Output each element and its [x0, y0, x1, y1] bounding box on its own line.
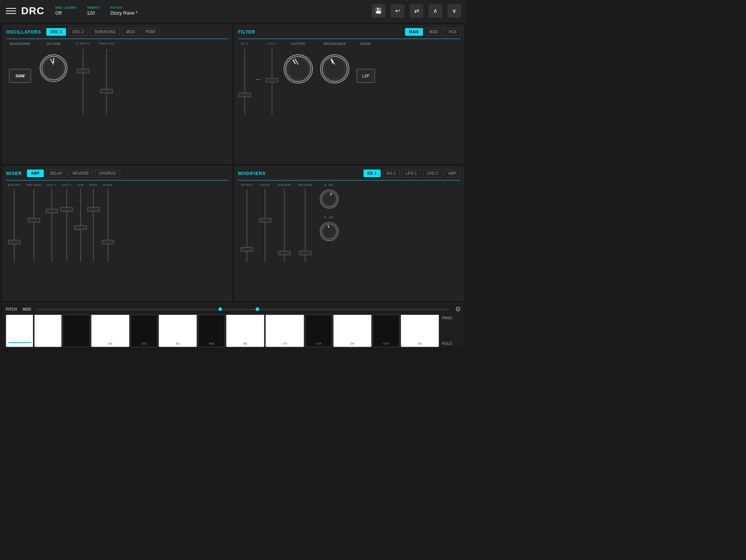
sub-noise-tab[interactable]: SUB/NOISE [90, 28, 120, 36]
piano-key-cs3[interactable]: C#3 [305, 315, 332, 347]
eg2-handle[interactable] [238, 93, 251, 97]
eg2-tab[interactable]: EG 2 [383, 170, 400, 177]
decay-slider[interactable] [265, 189, 265, 262]
mixer-header: MIXER AMP DELAY REVERB CHORUS [6, 170, 229, 177]
noise-slider[interactable] [108, 189, 108, 262]
noise-label: NOISE [103, 183, 113, 187]
oscillators-panel: OSCILLATORS OSC 1 OSC 2 SUB/NOISE MOD PE… [3, 25, 232, 163]
osc2-mix-slider[interactable] [66, 189, 67, 262]
p-width-handle[interactable] [77, 69, 89, 73]
piano-key-g2[interactable]: G2 [91, 315, 129, 347]
tempo-value: 120 [87, 10, 100, 16]
master-handle[interactable] [8, 240, 20, 244]
perf-tab[interactable]: PERF [141, 28, 160, 36]
piano-key-a2[interactable]: A2 [159, 315, 197, 347]
osc1-tab[interactable]: OSC 1 [46, 28, 66, 36]
ring-handle[interactable] [87, 207, 100, 211]
delay-tab[interactable]: DELAY [46, 170, 67, 177]
sub-label: SUB [77, 183, 83, 187]
lfo1-tab[interactable]: LFO 1 [402, 170, 421, 177]
p-width-slider[interactable] [83, 49, 83, 114]
ring-control: RING [90, 183, 97, 262]
piano-key-ds3[interactable]: D#3 [373, 315, 400, 347]
waveform-label: WAVEFORM [10, 42, 30, 46]
piano-key-left-black[interactable] [63, 315, 90, 347]
filter-vca-tab[interactable]: VCA [444, 28, 461, 36]
sub-slider[interactable] [80, 189, 81, 262]
reverb-tab[interactable]: REVERB [69, 170, 93, 177]
waveform-control: WAVEFORM SAW [9, 42, 31, 83]
release-slider[interactable] [305, 189, 306, 262]
mod-tab[interactable]: MOD [122, 28, 139, 36]
osc1-mix-slider[interactable] [51, 189, 52, 262]
decay-handle[interactable] [259, 218, 271, 222]
octave-knob[interactable] [40, 54, 67, 82]
settings-icon[interactable]: ⚙ [455, 305, 461, 313]
master-slider[interactable] [14, 189, 15, 262]
pregain-handle[interactable] [28, 218, 40, 222]
a-vel-control: A. VEL [320, 183, 339, 209]
mode-button[interactable]: L2P [357, 69, 375, 83]
sub-handle[interactable] [74, 225, 87, 230]
menu-icon[interactable] [6, 8, 16, 14]
pregain-slider[interactable] [34, 189, 34, 262]
release-handle[interactable] [299, 251, 311, 255]
lfo2-filter-slider[interactable] [272, 49, 272, 114]
piano-key-c3[interactable]: C3 [265, 315, 304, 347]
chorus-tab[interactable]: CHORUS [95, 170, 120, 177]
pwm-lfo1-handle[interactable] [100, 89, 113, 93]
pitch-dot-1[interactable] [218, 307, 222, 311]
osc1-mix-handle[interactable] [46, 209, 58, 213]
cutoff-knob[interactable] [284, 54, 313, 83]
filter-header: FILTER MAIN MOD VCA [238, 28, 461, 36]
undo-button[interactable]: ↩ [391, 4, 404, 18]
key-label-as2: A#2 [209, 342, 214, 345]
piano-key-d3[interactable]: D3 [333, 315, 372, 347]
pwm-lfo1-slider[interactable] [106, 49, 107, 114]
ring-slider[interactable] [93, 189, 94, 262]
noise-handle[interactable] [102, 240, 114, 244]
mixer-title: MIXER [6, 171, 22, 176]
lfo2-tab[interactable]: LFO 2 [423, 170, 442, 177]
sustain-handle[interactable] [278, 251, 291, 255]
oscillators-header: OSCILLATORS OSC 1 OSC 2 SUB/NOISE MOD PE… [6, 28, 229, 36]
key-label-e3: E3 [418, 342, 422, 345]
p-width-label: P. WIDTH [76, 42, 90, 45]
pitch-dot-2[interactable] [256, 307, 259, 311]
arp-tab[interactable]: ARP [444, 170, 461, 177]
piano-key-left1[interactable] [6, 315, 33, 347]
sustain-control: SUSTAIN [278, 183, 291, 262]
osc2-tab[interactable]: OSC 2 [68, 28, 88, 36]
piano-key-left2[interactable] [34, 315, 62, 347]
attack-slider[interactable] [246, 189, 247, 262]
a-vel-knob[interactable] [320, 190, 339, 209]
r-vel-control: R. VEL [320, 216, 339, 241]
filter-title: FILTER [238, 30, 255, 35]
prev-patch-button[interactable]: ∧ [429, 4, 442, 18]
waveform-button[interactable]: SAW [9, 69, 31, 83]
eg2-slider[interactable] [244, 49, 245, 114]
filter-mod-tab[interactable]: MOD [425, 28, 442, 36]
piano-key-gs2[interactable]: G#2 [131, 315, 158, 347]
piano-key-e3[interactable]: E3 [401, 315, 439, 347]
svg-line-14 [328, 226, 329, 228]
pitch-mod-line [37, 309, 449, 310]
r-vel-knob[interactable] [320, 222, 339, 241]
attack-handle[interactable] [241, 247, 253, 252]
amp-tab[interactable]: AMP [27, 170, 44, 177]
save-button[interactable]: 💾 [372, 4, 385, 18]
random-button[interactable]: ⇄ [410, 4, 423, 18]
eg1-tab[interactable]: EG 1 [364, 170, 381, 177]
resonance-knob[interactable] [320, 54, 349, 83]
sustain-label: SUSTAIN [278, 183, 291, 187]
next-patch-button[interactable]: ∨ [448, 4, 461, 18]
osc2-mix-handle[interactable] [61, 207, 73, 211]
osc1-mix-label: OSC 1 [47, 183, 57, 187]
osc2-mix-label: OSC 2 [62, 183, 72, 187]
lfo2-filter-handle[interactable] [266, 78, 278, 82]
sustain-slider[interactable] [284, 189, 285, 262]
panic-label: PANIC [442, 316, 461, 320]
filter-main-tab[interactable]: MAIN [405, 28, 423, 36]
piano-key-as2[interactable]: A#2 [198, 315, 225, 347]
piano-key-b2[interactable]: B2 [226, 315, 264, 347]
